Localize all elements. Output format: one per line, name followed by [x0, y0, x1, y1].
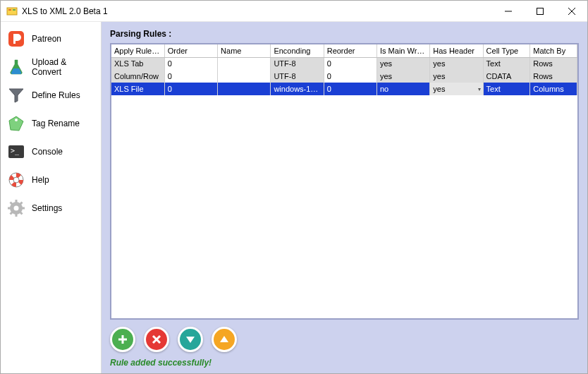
cell-hasheader-dropdown[interactable]: yes▾ — [430, 83, 483, 95]
col-encoding[interactable]: Enconding — [271, 44, 324, 57]
sidebar-item-label: Help — [32, 175, 49, 185]
window-controls — [492, 1, 587, 21]
panel-heading: Parsing Rules : — [110, 29, 579, 39]
cell-order[interactable]: 0 — [164, 57, 217, 70]
sidebar-item-label: Tag Rename — [32, 119, 80, 128]
lifebuoy-icon — [6, 170, 26, 190]
cell-celltype[interactable]: Text — [483, 83, 530, 95]
sidebar-item-upload[interactable]: Upload & Convert — [1, 53, 101, 81]
col-celltype[interactable]: Cell Type — [483, 44, 530, 57]
add-rule-button[interactable] — [110, 327, 135, 352]
cell-reorder[interactable]: 0 — [324, 83, 376, 95]
cell-ismain[interactable]: yes — [376, 57, 429, 70]
move-down-button[interactable] — [178, 327, 203, 352]
cell-ismain[interactable]: no — [376, 83, 429, 95]
table-row[interactable]: Column/Row 0 UTF-8 0 yes yes CDATA Rows — [111, 70, 577, 83]
sidebar-item-label: Upload & Convert — [32, 57, 95, 77]
cell-hasheader[interactable]: yes — [430, 70, 483, 83]
content-panel: Parsing Rules : Apply Rule… Order Name E… — [102, 22, 587, 373]
cell-hasheader-value: yes — [433, 85, 445, 93]
svg-marker-28 — [220, 336, 228, 342]
cell-celltype[interactable]: Text — [483, 57, 530, 70]
cell-encoding[interactable]: UTF-8 — [271, 70, 324, 83]
gear-icon — [6, 198, 26, 218]
col-apply[interactable]: Apply Rule… — [111, 44, 164, 57]
table-row[interactable]: XLS Tab 0 UTF-8 0 yes yes Text Rows — [111, 57, 577, 70]
rules-table[interactable]: Apply Rule… Order Name Enconding Reorder… — [111, 44, 577, 95]
cell-apply[interactable]: Column/Row — [111, 70, 164, 83]
cell-apply[interactable]: XLS File — [111, 83, 164, 95]
sidebar-item-label: Define Rules — [32, 90, 80, 100]
console-icon: >_ — [6, 142, 26, 162]
sidebar-item-label: Console — [32, 147, 63, 157]
svg-point-14 — [14, 206, 19, 211]
action-bar — [110, 327, 579, 352]
table-body: XLS Tab 0 UTF-8 0 yes yes Text Rows Colu… — [111, 57, 577, 95]
svg-point-8 — [15, 119, 18, 121]
cell-reorder[interactable]: 0 — [324, 70, 376, 83]
svg-marker-27 — [186, 337, 195, 343]
patreon-icon — [6, 29, 26, 49]
maximize-button[interactable] — [524, 1, 556, 21]
svg-rect-4 — [537, 8, 543, 14]
status-message: Rule added successfully! — [110, 358, 579, 368]
cell-matchby[interactable]: Columns — [530, 83, 577, 95]
cell-matchby[interactable]: Rows — [530, 57, 577, 70]
close-button[interactable] — [556, 1, 587, 21]
svg-rect-15 — [16, 200, 18, 203]
minimize-button[interactable] — [492, 1, 524, 21]
svg-rect-1 — [8, 9, 11, 11]
cell-ismain[interactable]: yes — [376, 70, 429, 83]
window-title: XLS to XML 2.0 Beta 1 — [22, 6, 492, 16]
cell-reorder[interactable]: 0 — [324, 57, 376, 70]
cell-hasheader[interactable]: yes — [430, 57, 483, 70]
move-up-button[interactable] — [212, 327, 237, 352]
svg-rect-18 — [22, 207, 25, 210]
sidebar-item-patreon[interactable]: Patreon — [1, 25, 101, 53]
cell-order[interactable]: 0 — [164, 70, 217, 83]
chevron-down-icon: ▾ — [478, 86, 481, 92]
sidebar-item-label: Patreon — [32, 34, 61, 44]
cell-apply[interactable]: XLS Tab — [111, 57, 164, 70]
titlebar: XLS to XML 2.0 Beta 1 — [1, 1, 587, 22]
cell-order[interactable]: 0 — [164, 83, 217, 95]
sidebar-item-console[interactable]: >_ Console — [1, 138, 101, 166]
svg-rect-0 — [7, 8, 17, 15]
sidebar-item-label: Settings — [32, 203, 62, 213]
cell-name[interactable] — [218, 57, 271, 70]
rules-table-wrap: Apply Rule… Order Name Enconding Reorder… — [110, 43, 579, 320]
table-header-row: Apply Rule… Order Name Enconding Reorder… — [111, 44, 577, 57]
tag-icon — [6, 114, 26, 133]
sidebar-item-help[interactable]: Help — [1, 166, 101, 194]
svg-rect-16 — [16, 214, 18, 217]
flask-icon — [6, 57, 26, 77]
cell-encoding[interactable]: UTF-8 — [271, 57, 324, 70]
cell-name[interactable] — [218, 83, 271, 95]
col-order[interactable]: Order — [164, 44, 217, 57]
sidebar-item-define-rules[interactable]: Define Rules — [1, 81, 101, 109]
funnel-icon — [6, 85, 26, 105]
svg-rect-17 — [8, 207, 11, 210]
col-reorder[interactable]: Reorder — [324, 44, 376, 57]
cell-encoding[interactable]: windows-1251 — [271, 83, 324, 95]
svg-rect-2 — [13, 9, 16, 11]
sidebar-item-tag-rename[interactable]: Tag Rename — [1, 109, 101, 138]
delete-rule-button[interactable] — [144, 327, 169, 352]
sidebar-item-settings[interactable]: Settings — [1, 194, 101, 222]
cell-celltype[interactable]: CDATA — [483, 70, 530, 83]
app-icon — [6, 6, 18, 17]
cell-name[interactable] — [218, 70, 271, 83]
svg-text:>_: >_ — [11, 147, 20, 155]
col-hasheader[interactable]: Has Header — [430, 44, 483, 57]
table-row-selected[interactable]: XLS File 0 windows-1251 0 no yes▾ Text C… — [111, 83, 577, 95]
col-matchby[interactable]: Match By — [530, 44, 577, 57]
sidebar: Patreon Upload & Convert Define Rules Ta… — [1, 22, 102, 373]
col-name[interactable]: Name — [218, 44, 271, 57]
col-ismain[interactable]: Is Main Wr… — [376, 44, 429, 57]
svg-point-12 — [13, 177, 19, 183]
cell-matchby[interactable]: Rows — [530, 70, 577, 83]
